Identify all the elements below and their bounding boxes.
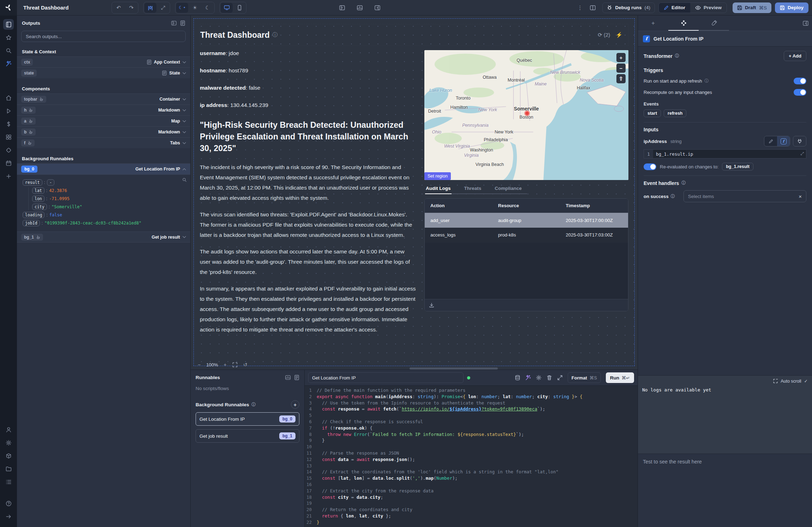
on-success-select[interactable]: Select items ×: [683, 190, 806, 202]
code-line[interactable]: 20 // Return the coordinates and city: [305, 507, 638, 513]
expand-editor-icon[interactable]: [557, 375, 563, 381]
help-nav[interactable]: [3, 498, 14, 509]
toggle-right-panel-button[interactable]: [371, 3, 383, 13]
tab-styling[interactable]: [699, 16, 729, 31]
schedule-bolt-button[interactable]: ⚡: [616, 32, 622, 38]
folders-nav[interactable]: [3, 463, 14, 474]
bg1-output-row[interactable]: bg_1 Get job result: [17, 232, 190, 242]
add-transformer-button[interactable]: + Add: [784, 51, 806, 61]
workers-nav[interactable]: [3, 450, 14, 461]
undo-button[interactable]: ↶: [113, 3, 125, 13]
tab-threats[interactable]: Threats: [464, 184, 482, 194]
code-line[interactable]: 17 // Extract the city from the response…: [305, 488, 638, 494]
json-search-icon[interactable]: [182, 178, 187, 182]
run-on-start-toggle[interactable]: [794, 78, 806, 84]
event-chip-start[interactable]: start: [644, 109, 661, 117]
code-line[interactable]: 3 // Use the token from the Ipinfo resou…: [305, 400, 638, 406]
theme-dark-button[interactable]: ☾: [202, 3, 214, 13]
bg0-output-row[interactable]: bg_0 Get Location From IP: [17, 163, 190, 174]
theme-light-button[interactable]: ☀: [189, 3, 201, 13]
logs-nav[interactable]: [3, 477, 14, 487]
fit-view-icon[interactable]: [232, 362, 238, 367]
more-menu-button[interactable]: ⋮: [577, 5, 583, 11]
code-line[interactable]: 9 }: [305, 437, 638, 444]
code-line[interactable]: 11 // Parse the response as JSON: [305, 450, 638, 456]
table-row[interactable]: access_logs prod-k8s 2025-03-30T17:03:00…: [425, 228, 628, 242]
reset-zoom-button[interactable]: ↺: [243, 362, 247, 367]
code-line[interactable]: 6 // Check if the response is successful: [305, 419, 638, 425]
component-row-h[interactable]: h Markdown: [17, 104, 190, 115]
expand-logs-icon[interactable]: [773, 379, 778, 383]
collapse-right-panel-button[interactable]: [803, 21, 808, 26]
code-line[interactable]: 19: [305, 500, 638, 507]
code-line[interactable]: 1// Define the main function with the re…: [305, 387, 638, 394]
table-row[interactable]: add_user audit-group 2025-03-30T17:00:00…: [425, 213, 628, 228]
map-zoom-in-button[interactable]: +: [616, 53, 626, 62]
calendar-nav[interactable]: [3, 158, 14, 168]
favorites-nav[interactable]: [3, 32, 14, 43]
format-button[interactable]: Format⌘S: [568, 372, 601, 383]
zoom-in-button[interactable]: +: [223, 362, 226, 367]
component-row-a[interactable]: a Map: [17, 115, 190, 126]
expand-expr-icon[interactable]: ⤢: [800, 151, 804, 156]
json-key[interactable]: city: [32, 204, 47, 210]
runs-nav[interactable]: [3, 106, 14, 116]
map-component[interactable]: QuébecOttawaMontréalNew BrunswickNova Sc…: [424, 50, 628, 180]
script-name-input[interactable]: Get Location From IP: [308, 372, 464, 383]
zoom-out-button[interactable]: −: [198, 362, 201, 367]
database-icon[interactable]: [515, 375, 520, 381]
theme-auto-button[interactable]: ☾✦: [176, 3, 188, 13]
app-refresh-button[interactable]: ⟳ (2): [598, 32, 610, 38]
expr-editor[interactable]: 1 bg_1.result.ip ⤢: [644, 149, 806, 158]
debug-runs-button[interactable]: Debug runs (4): [602, 2, 655, 13]
column-header-timestamp[interactable]: Timestamp: [560, 203, 628, 208]
eval-mode-button[interactable]: f: [777, 136, 790, 146]
mobile-view-button[interactable]: [233, 3, 245, 13]
draft-button[interactable]: Draft ⌘S: [733, 2, 771, 13]
reeval-dependency-chip[interactable]: bg_1.result: [722, 163, 753, 170]
code-line[interactable]: 7 if (!response.ok) {: [305, 425, 638, 431]
deploy-button[interactable]: Deploy: [775, 2, 808, 13]
recompute-toggle[interactable]: [794, 89, 806, 96]
ai-assistant-nav[interactable]: [3, 58, 14, 69]
code-area[interactable]: 1// Define the main function with the re…: [305, 385, 638, 527]
toggle-left-panel-button[interactable]: [336, 3, 348, 13]
static-mode-button[interactable]: [764, 136, 777, 146]
search-nav[interactable]: [3, 45, 14, 56]
set-region-button[interactable]: Set region: [424, 172, 451, 180]
code-line[interactable]: 8 throw new Error(`Failed to fetch IP in…: [305, 431, 638, 438]
canvas-selection-area[interactable]: Threat Dashboardⓘ ⟳ (2) ⚡ username: jdoe…: [193, 18, 635, 366]
code-line[interactable]: 4 const response = await fetch(`https://…: [305, 406, 638, 412]
output-row-ctx[interactable]: ctx App Context: [17, 56, 190, 67]
json-key[interactable]: jobId: [23, 220, 40, 226]
tab-component-settings[interactable]: [668, 16, 699, 31]
width-indicator-button[interactable]: |0|: [144, 3, 156, 13]
windmill-logo[interactable]: [0, 0, 17, 16]
code-line[interactable]: 18 const city = data.city;: [305, 494, 638, 501]
component-row-b[interactable]: b Markdown: [17, 126, 190, 137]
resources-nav[interactable]: [3, 132, 14, 142]
event-chip-refresh[interactable]: refresh: [664, 109, 686, 117]
column-header-action[interactable]: Action: [425, 203, 492, 208]
expand-canvas-button[interactable]: ⤢: [157, 3, 169, 13]
trash-icon[interactable]: [547, 375, 552, 381]
json-key[interactable]: lat: [32, 187, 44, 194]
create-nav[interactable]: [3, 171, 14, 181]
runnable-item-bg1[interactable]: Get job result bg_1: [196, 429, 299, 443]
map-zoom-out-button[interactable]: −: [616, 64, 626, 73]
desktop-view-button[interactable]: [221, 3, 233, 13]
download-icon[interactable]: [429, 303, 434, 308]
code-line[interactable]: 12 const data = await response.json();: [305, 456, 638, 463]
settings-gear-icon[interactable]: [536, 375, 542, 381]
json-key[interactable]: lon: [32, 196, 44, 202]
json-key[interactable]: result: [23, 179, 42, 186]
code-line[interactable]: 5: [305, 412, 638, 419]
component-row-topbar[interactable]: topbar Container: [17, 94, 190, 104]
schedules-nav[interactable]: [3, 145, 14, 155]
tab-compliance[interactable]: Compliance: [494, 184, 523, 194]
reeval-toggle[interactable]: [644, 163, 656, 170]
add-bg-runnable-button[interactable]: +: [291, 400, 299, 409]
runnable-item-bg0[interactable]: Get Location From IP bg_0: [196, 412, 299, 426]
doc-icon[interactable]: [294, 375, 299, 380]
preview-tab[interactable]: Preview: [690, 5, 727, 10]
